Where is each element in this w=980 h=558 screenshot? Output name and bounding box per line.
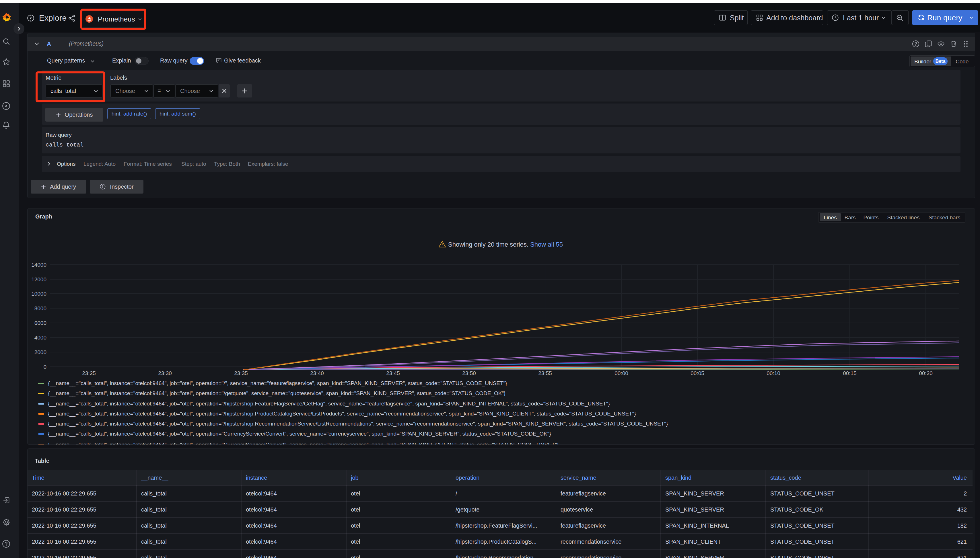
svg-text:10000: 10000 xyxy=(31,291,46,297)
svg-text:23:50: 23:50 xyxy=(462,370,476,376)
svg-text:00:20: 00:20 xyxy=(919,370,933,376)
svg-text:4000: 4000 xyxy=(35,335,46,341)
svg-text:00:00: 00:00 xyxy=(615,370,628,376)
svg-text:6000: 6000 xyxy=(35,320,46,326)
svg-text:23:30: 23:30 xyxy=(158,370,172,376)
svg-text:23:40: 23:40 xyxy=(310,370,324,376)
svg-text:23:35: 23:35 xyxy=(234,370,248,376)
svg-text:8000: 8000 xyxy=(35,305,46,312)
svg-text:00:15: 00:15 xyxy=(843,370,857,376)
svg-text:12000: 12000 xyxy=(31,276,46,282)
svg-text:00:05: 00:05 xyxy=(691,370,704,376)
svg-text:23:55: 23:55 xyxy=(538,370,552,376)
svg-text:2000: 2000 xyxy=(35,349,46,355)
svg-text:23:45: 23:45 xyxy=(386,370,400,376)
svg-text:23:25: 23:25 xyxy=(82,370,96,376)
svg-text:00:10: 00:10 xyxy=(766,370,780,376)
svg-text:14000: 14000 xyxy=(31,262,46,268)
svg-text:0: 0 xyxy=(43,364,46,370)
